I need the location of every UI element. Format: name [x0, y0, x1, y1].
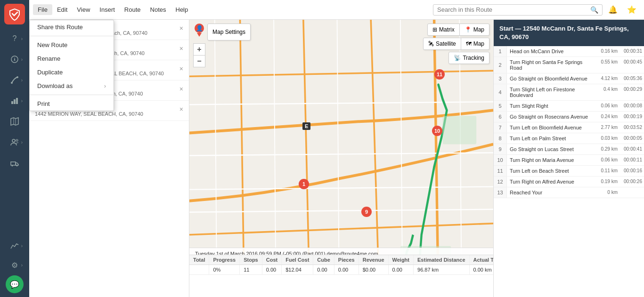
map-marker-9[interactable]: 9 [361, 207, 372, 217]
map-settings-label: Map Settings [212, 29, 245, 35]
direction-text: Head on McCann Drive [507, 46, 597, 56]
dropdown-new-route[interactable]: New Route [30, 38, 114, 52]
direction-distance: 4.12 km [597, 73, 620, 84]
zoom-in-button[interactable]: + [193, 43, 205, 56]
satellite-button[interactable]: 🛰 Satellite [424, 38, 461, 49]
tracking-button[interactable]: 📡 Tracking [449, 52, 489, 64]
sidebar-icon-truck[interactable] [6, 154, 24, 172]
sidebar-icon-analytics[interactable] [6, 237, 24, 255]
route-stop-close-button[interactable]: × [179, 44, 183, 52]
direction-text: Turn Right on Santa Fe Springs Road [507, 57, 597, 73]
sidebar-icon-people[interactable] [6, 133, 24, 151]
bell-icon[interactable]: 🔔 [604, 1, 621, 18]
matrix-icon: ⊞ [432, 26, 437, 33]
tracking-icon: 📡 [454, 55, 461, 61]
map-settings-button[interactable]: Map Settings [207, 24, 251, 40]
map-label-e[interactable]: E [302, 122, 310, 130]
direction-text: Turn Slight Right [507, 101, 597, 111]
download-as-label: Download as [37, 82, 73, 89]
col-progress: Progress [209, 255, 240, 265]
route-stop-close-button[interactable]: × [179, 64, 183, 72]
cell-cube: 0.00 [313, 265, 334, 275]
cell-fuel-cost: $12.04 [282, 265, 313, 275]
dropdown-download-as[interactable]: Download as › [30, 79, 114, 93]
map-marker-1[interactable]: 1 [299, 179, 309, 189]
direction-time: 00:00:45 [620, 57, 644, 73]
matrix-button[interactable]: ⊞ Matrix [428, 24, 460, 35]
direction-row: 6 Go Straight on Rosecrans Avenue 0.24 k… [494, 112, 644, 122]
dropdown-rename[interactable]: Rename [30, 52, 114, 65]
cell-progress: 0% [209, 265, 240, 275]
menu-view[interactable]: View [72, 4, 95, 15]
sidebar-icon-help[interactable]: ? [6, 30, 24, 48]
direction-row: 4 Turn Slight Left on Firestone Boulevar… [494, 84, 644, 101]
direction-row: 9 Go Straight on Lucas Street 0.29 km 00… [494, 144, 644, 155]
direction-distance: 2.77 km [597, 122, 620, 133]
direction-distance: 0.06 km [597, 101, 620, 111]
cell-pieces: 0.00 [334, 265, 359, 275]
app-logo[interactable] [4, 4, 25, 24]
chat-button[interactable]: 💬 [6, 275, 24, 293]
menu-notes[interactable]: Notes [146, 4, 171, 15]
sidebar-icon-route[interactable] [6, 71, 24, 89]
menu-file[interactable]: File [33, 4, 52, 15]
sidebar-icon-chart[interactable] [6, 92, 24, 110]
menu-bar: File Edit View Insert Route Notes Help 🔍… [29, 0, 644, 20]
download-as-arrow: › [104, 82, 106, 89]
search-bar: 🔍 [433, 4, 603, 16]
direction-text: Turn Left on Beach Street [507, 166, 597, 176]
direction-time: 00:00:31 [620, 46, 644, 56]
map-marker-10[interactable]: 10 [432, 126, 442, 136]
directions-title: Start — 12540 McCann Dr, Santa Fe Spring… [499, 25, 629, 40]
route-stop-close-button[interactable]: × [179, 24, 183, 32]
svg-point-10 [16, 139, 18, 141]
directions-panel: Start — 12540 McCann Dr, Santa Fe Spring… [493, 20, 644, 297]
col-cube: Cube [313, 255, 334, 265]
cell-est-distance: 96.87 km [414, 265, 469, 275]
zoom-out-button[interactable]: − [193, 55, 205, 67]
direction-distance: 0.03 km [597, 133, 620, 144]
menu-help[interactable]: Help [171, 4, 193, 15]
star-icon[interactable]: ⭐ [623, 1, 640, 18]
direction-distance: 0.55 km [597, 57, 620, 73]
pegman-icon[interactable]: 👤 [193, 24, 205, 40]
direction-row: 5 Turn Slight Right 0.06 km 00:00:08 [494, 101, 644, 112]
direction-number: 1 [494, 46, 507, 56]
directions-list: 1 Head on McCann Drive 0.16 km 00:00:31 … [494, 46, 644, 297]
direction-time: 00:00:11 [620, 155, 644, 165]
svg-point-12 [12, 165, 13, 167]
menu-edit[interactable]: Edit [52, 4, 72, 15]
direction-time: 00:00:16 [620, 166, 644, 176]
dropdown-print[interactable]: Print [30, 97, 114, 111]
map-marker-11[interactable]: 11 [434, 69, 445, 80]
sidebar-icon-map[interactable] [6, 112, 24, 130]
dropdown-share-route[interactable]: Share this Route [30, 20, 114, 34]
matrix-label: Matrix [439, 26, 455, 33]
table-data-row: 0% 11 0.00 $12.04 0.00 0.00 $0.00 0.00 9… [189, 265, 493, 275]
direction-text: Turn Right on Alfred Avenue [507, 177, 597, 187]
svg-rect-3 [11, 101, 13, 104]
menu-insert[interactable]: Insert [95, 4, 120, 15]
search-input[interactable] [437, 6, 590, 13]
rename-label: Rename [37, 55, 60, 62]
direction-number: 9 [494, 144, 507, 154]
sidebar-icon-settings[interactable]: ⚙ [6, 256, 24, 274]
dropdown-duplicate[interactable]: Duplicate [30, 65, 114, 79]
map-view-button[interactable]: 🗺 Map [461, 38, 489, 49]
map-button[interactable]: 📍 Map [460, 24, 489, 35]
col-total: Total [189, 255, 209, 265]
direction-text: Go Straight on Lucas Street [507, 144, 597, 154]
route-stop-close-button[interactable]: × [179, 84, 183, 93]
route-stop-close-button[interactable]: × [179, 104, 183, 113]
direction-distance: 0.24 km [597, 112, 620, 122]
satellite-label: Satellite [436, 40, 456, 47]
direction-time: 00:00:08 [620, 101, 644, 111]
sidebar-icon-nav[interactable] [6, 50, 24, 68]
menu-route[interactable]: Route [120, 4, 146, 15]
direction-row: 2 Turn Right on Santa Fe Springs Road 0.… [494, 57, 644, 73]
direction-number: 7 [494, 122, 507, 133]
map-area[interactable]: 👤 Map Settings + − ⊞ [189, 20, 493, 297]
col-stops: Stops [240, 255, 262, 265]
col-fuel-cost: Fuel Cost [282, 255, 313, 265]
direction-number: 2 [494, 57, 507, 73]
